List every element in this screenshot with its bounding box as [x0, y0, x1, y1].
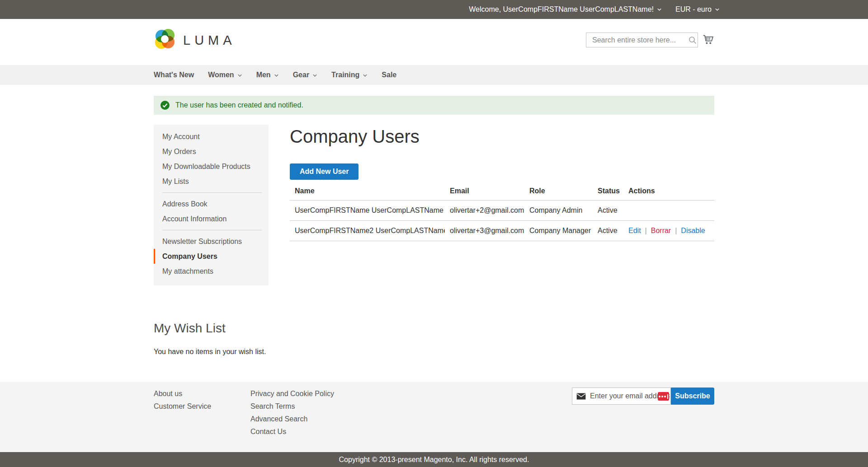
footer-link-advanced-search[interactable]: Advanced Search [250, 413, 334, 425]
copyright-bar: Copyright © 2013-present Magento, Inc. A… [0, 452, 868, 467]
password-manager-autofill-icon[interactable] [658, 392, 669, 401]
nav-label: Men [256, 71, 271, 79]
sidebar-divider [162, 192, 262, 193]
search-input[interactable] [586, 36, 688, 44]
subscribe-button[interactable]: Subscribe [671, 388, 714, 405]
sidebar-item-my-account[interactable]: My Account [154, 129, 269, 144]
chevron-down-icon [274, 74, 279, 77]
currency-label: EUR - euro [675, 5, 712, 14]
sidebar-item-my-orders[interactable]: My Orders [154, 144, 269, 159]
company-users-table: Name Email Role Status Actions UserCompF… [290, 183, 714, 241]
action-separator [675, 227, 677, 234]
footer-link-search-terms[interactable]: Search Terms [250, 400, 334, 413]
action-separator [645, 227, 647, 234]
nav-label: Sale [382, 71, 396, 79]
luma-logo-icon [154, 29, 176, 51]
nav-label: Women [208, 71, 234, 79]
chevron-down-icon [363, 74, 368, 77]
sidebar-item-company-users[interactable]: Company Users [154, 249, 269, 264]
nav-item-sale[interactable]: Sale [382, 71, 396, 79]
table-row: UserCompFIRSTName UserCompLASTName olive… [290, 201, 714, 221]
footer-link-customer-service[interactable]: Customer Service [154, 400, 250, 413]
column-header-name: Name [290, 183, 445, 201]
sidebar-divider [162, 230, 262, 230]
luma-logo[interactable]: LUMA [154, 29, 236, 51]
cell-actions [623, 201, 714, 221]
account-sidebar: My Account My Orders My Downloadable Pro… [154, 125, 269, 285]
success-text: The user has been created and notified. [175, 101, 303, 109]
sidebar-item-address-book[interactable]: Address Book [154, 196, 269, 211]
cell-name: UserCompFIRSTName2 UserCompLASTName2 [290, 221, 445, 241]
welcome-dropdown[interactable]: Welcome, UserCompFIRSTName UserCompLASTN… [469, 5, 662, 14]
cell-name: UserCompFIRSTName UserCompLASTName [290, 201, 445, 221]
column-header-status: Status [593, 183, 623, 201]
chevron-down-icon [312, 74, 317, 77]
search-icon[interactable] [688, 35, 698, 45]
wishlist-title: My Wish List [154, 321, 714, 336]
delete-action-link[interactable]: Borrar [651, 227, 671, 234]
table-row: UserCompFIRSTName2 UserCompLASTName2 oli… [290, 221, 714, 241]
chevron-down-icon [657, 8, 662, 11]
top-bar: Welcome, UserCompFIRSTName UserCompLASTN… [0, 0, 868, 19]
footer-link-contact-us[interactable]: Contact Us [250, 425, 334, 438]
edit-action-link[interactable]: Edit [628, 227, 641, 234]
nav-label: What's New [154, 71, 194, 79]
column-header-role: Role [524, 183, 593, 201]
disable-action-link[interactable]: Disable [681, 227, 705, 234]
newsletter-input-box [572, 388, 671, 405]
sidebar-item-my-lists[interactable]: My Lists [154, 174, 269, 189]
check-icon [160, 101, 170, 110]
nav-item-training[interactable]: Training [331, 71, 368, 79]
nav-label: Gear [293, 71, 309, 79]
add-new-user-button[interactable]: Add New User [290, 163, 359, 180]
cell-actions: EditBorrarDisable [623, 221, 714, 241]
sidebar-item-account-information[interactable]: Account Information [154, 211, 269, 226]
main-content: The user has been created and notified. … [0, 85, 868, 382]
nav-item-women[interactable]: Women [208, 71, 242, 79]
chevron-down-icon [715, 8, 720, 11]
wishlist-section: My Wish List You have no items in your w… [154, 321, 714, 356]
cell-status: Active [593, 221, 623, 241]
success-message: The user has been created and notified. [154, 96, 714, 115]
cell-role: Company Manager [524, 221, 593, 241]
footer-link-about-us[interactable]: About us [154, 388, 250, 400]
cart-icon[interactable] [702, 33, 714, 46]
logo-wordmark: LUMA [183, 33, 236, 48]
sidebar-item-my-attachments[interactable]: My attachments [154, 264, 269, 279]
column-header-email: Email [445, 183, 524, 201]
sidebar-item-my-downloadable-products[interactable]: My Downloadable Products [154, 159, 269, 174]
search-box [586, 33, 698, 47]
copyright-text: Copyright © 2013-present Magento, Inc. A… [339, 456, 529, 464]
page-title: Company Users [290, 126, 714, 147]
nav-item-gear[interactable]: Gear [293, 71, 317, 79]
table-header-row: Name Email Role Status Actions [290, 183, 714, 201]
chevron-down-icon [237, 74, 242, 77]
column-header-actions: Actions [623, 183, 714, 201]
cell-email: olivertar+3@gmail.com [445, 221, 524, 241]
currency-switcher[interactable]: EUR - euro [675, 5, 720, 14]
wishlist-empty-text: You have no items in your wish list. [154, 348, 714, 356]
nav-label: Training [331, 71, 359, 79]
page-header: LUMA [0, 19, 868, 65]
envelope-icon [576, 393, 586, 400]
nav-item-men[interactable]: Men [256, 71, 279, 79]
newsletter-signup: Subscribe [572, 388, 714, 405]
cell-status: Active [593, 201, 623, 221]
cell-role: Company Admin [524, 201, 593, 221]
welcome-text: Welcome, UserCompFIRSTName UserCompLASTN… [469, 5, 654, 14]
sidebar-item-newsletter-subscriptions[interactable]: Newsletter Subscriptions [154, 234, 269, 249]
page-footer: About us Customer Service Privacy and Co… [0, 382, 868, 452]
main-navigation: What's New Women Men Gear Training [0, 65, 868, 85]
cell-email: olivertar+2@gmail.com [445, 201, 524, 221]
nav-item-whats-new[interactable]: What's New [154, 71, 194, 79]
footer-link-privacy-policy[interactable]: Privacy and Cookie Policy [250, 388, 334, 400]
